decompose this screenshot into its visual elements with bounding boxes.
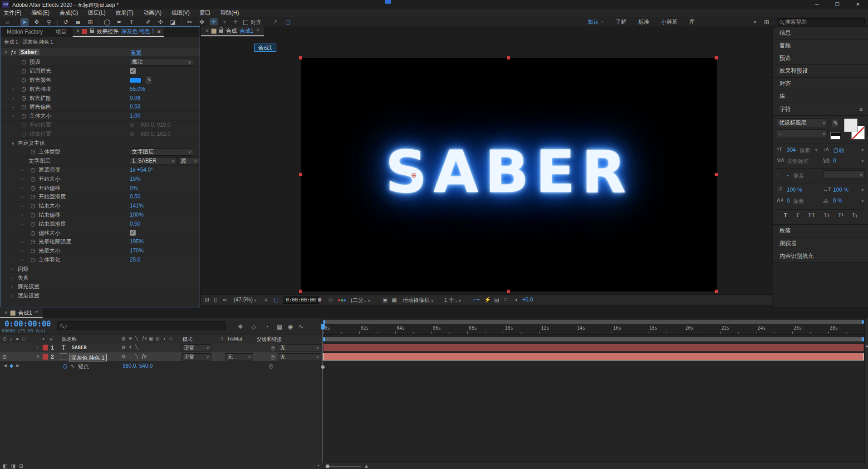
workspace-overflow-button[interactable]: » bbox=[753, 19, 756, 25]
brush-tool[interactable]: ✐ bbox=[144, 18, 152, 26]
stopwatch-icon[interactable]: ◷ bbox=[30, 221, 35, 227]
effect-header-row[interactable]: ∨ ƒx Saber 重置 bbox=[0, 48, 200, 56]
selection-handle[interactable] bbox=[299, 290, 302, 293]
parent-dropdown[interactable]: 无∨ bbox=[278, 344, 321, 351]
effect-row-结束大小[interactable]: ›◷结束大小141% bbox=[0, 202, 200, 211]
panel-menu-icon[interactable]: ≡ bbox=[256, 28, 260, 34]
tab-close-icon[interactable]: × bbox=[206, 28, 209, 34]
maximize-button[interactable]: ☐ bbox=[827, 0, 848, 9]
twirl-closed-icon[interactable]: › bbox=[21, 167, 23, 172]
selection-handle[interactable] bbox=[715, 56, 718, 59]
hand-tool[interactable]: ✥ bbox=[33, 18, 41, 26]
twirl-closed-icon[interactable]: › bbox=[21, 257, 23, 262]
snap-control[interactable]: 对齐 bbox=[243, 19, 261, 26]
effect-twirl-icon[interactable]: ∨ bbox=[4, 49, 7, 54]
camera-view-dropdown[interactable]: 活动摄像机 ∨ bbox=[402, 296, 434, 304]
property-value[interactable]: 195% bbox=[130, 238, 144, 245]
property-value[interactable]: 0.06 bbox=[130, 95, 140, 101]
property-value[interactable]: 25.0 bbox=[130, 257, 140, 263]
layer-bar-solid[interactable] bbox=[323, 353, 864, 360]
exposure-value[interactable]: +0.0 bbox=[522, 296, 533, 303]
eraser-tool[interactable]: ◪ bbox=[169, 18, 177, 26]
menu-item-7[interactable]: 窗口 bbox=[200, 9, 211, 17]
all-caps-button[interactable]: TT bbox=[808, 212, 815, 218]
effect-row-主体大小[interactable]: ›◷主体大小1.00 bbox=[0, 112, 200, 121]
pick-whip-icon[interactable]: ◎ bbox=[270, 354, 275, 360]
twirl-closed-icon[interactable]: › bbox=[21, 239, 23, 244]
anchor-point-icon[interactable]: ⊕ bbox=[411, 171, 417, 179]
selection-tool[interactable]: ➤ bbox=[20, 18, 29, 26]
effect-row-开始偏移[interactable]: ›◷开始偏移0% bbox=[0, 183, 200, 193]
workspace-menu-icon[interactable]: ⊞ bbox=[764, 19, 769, 25]
sidebar-panel-对齐[interactable]: 对齐 bbox=[773, 77, 868, 90]
show-channels-icon[interactable] bbox=[338, 296, 346, 303]
property-value[interactable]: 55.0% bbox=[130, 86, 145, 92]
stopwatch-icon[interactable]: ◷ bbox=[21, 86, 26, 92]
effect-row-光晕轮廓强度[interactable]: ›◷光晕轮廓强度195% bbox=[0, 237, 200, 247]
expand-transfer-controls-icon[interactable]: ◨ bbox=[11, 463, 15, 469]
exposure-icon[interactable]: ◑ bbox=[514, 296, 517, 303]
spinner-icon[interactable]: ▾ bbox=[861, 158, 864, 164]
menu-item-3[interactable]: 图层(L) bbox=[88, 9, 106, 17]
effect-row-启用辉光[interactable]: ◷启用辉光✓ bbox=[0, 67, 200, 76]
effect-row-开始大小[interactable]: ›◷开始大小15% bbox=[0, 174, 200, 183]
home-tool[interactable]: ⌂ bbox=[4, 18, 12, 26]
pick-whip-icon[interactable]: ◎ bbox=[270, 345, 275, 351]
twirl-closed-icon[interactable]: › bbox=[12, 95, 14, 100]
panel-menu-icon[interactable]: ≡ bbox=[157, 28, 161, 35]
timeline-search-input[interactable]: ∨ bbox=[57, 321, 226, 330]
source-name-column[interactable]: 源名称 bbox=[62, 336, 77, 343]
expand-layer-switches-icon[interactable]: ◧ bbox=[3, 463, 7, 469]
twirl-closed-icon[interactable]: › bbox=[21, 176, 23, 181]
blend-mode-dropdown[interactable]: 正常∨ bbox=[181, 353, 211, 360]
stroke-style-dropdown[interactable]: ∨ bbox=[823, 170, 865, 179]
current-timecode[interactable]: 0:00:00:00 bbox=[5, 319, 51, 328]
menu-item-1[interactable]: 编辑(E) bbox=[31, 9, 49, 17]
twirl-closed-icon[interactable]: › bbox=[12, 86, 14, 91]
transparency-grid-icon[interactable]: ▦ bbox=[392, 296, 397, 303]
effect-name[interactable]: Saber bbox=[19, 49, 39, 55]
twirl-closed-icon[interactable]: › bbox=[21, 203, 23, 208]
baseline-shift-value[interactable]: 0 bbox=[787, 197, 790, 204]
lock-icon[interactable] bbox=[219, 30, 223, 33]
leading-value[interactable]: 自动 bbox=[833, 147, 844, 154]
grid-guides-icon[interactable]: ⌗ bbox=[265, 296, 268, 303]
comp-navigator-chip[interactable]: 合成1 bbox=[254, 44, 276, 52]
stopwatch-icon[interactable]: ◷ bbox=[30, 247, 35, 254]
stopwatch-icon[interactable]: ◷ bbox=[21, 131, 26, 137]
tab-motion-factory[interactable]: Motion Factory bbox=[0, 27, 49, 37]
effect-reset-link[interactable]: 重置 bbox=[131, 49, 142, 57]
twirl-closed-icon[interactable]: › bbox=[11, 266, 13, 271]
pick-whip-icon[interactable]: ◎ bbox=[269, 363, 273, 369]
shy-layer-icon[interactable]: ◔ bbox=[265, 323, 269, 330]
stopwatch-icon[interactable]: ◷ bbox=[30, 193, 35, 200]
roto-brush-tool[interactable]: ✂ bbox=[186, 18, 194, 26]
trkmat-column[interactable]: TrkMat bbox=[227, 336, 242, 341]
kerning-value[interactable]: 度量标准 bbox=[787, 158, 809, 165]
eye-icon[interactable]: ⊙ bbox=[2, 354, 7, 360]
property-checkbox[interactable]: ✓ bbox=[130, 230, 136, 236]
help-search-input[interactable]: 搜索帮助 bbox=[777, 18, 865, 25]
stopwatch-icon[interactable]: ◷ bbox=[21, 68, 26, 74]
tsume-value[interactable]: 0 % bbox=[833, 197, 843, 204]
time-ruler[interactable]: 0s02s04s06s08s10s12s14s16s18s20s22s24s26… bbox=[323, 324, 864, 335]
stopwatch-icon[interactable]: ◷ bbox=[30, 238, 35, 245]
next-keyframe-icon[interactable]: ▶ bbox=[16, 363, 20, 368]
menu-item-4[interactable]: 效果(T) bbox=[116, 9, 133, 17]
workspace-小屏幕[interactable]: 小屏幕 bbox=[661, 18, 677, 26]
faux-bold-button[interactable]: T bbox=[784, 212, 787, 218]
subscript-button[interactable]: T₁ bbox=[852, 212, 857, 218]
property-dropdown[interactable]: 魔法∨ bbox=[130, 59, 193, 66]
always-preview-icon[interactable]: ⊞ bbox=[205, 296, 209, 303]
effect-row-结束偏移[interactable]: ›◷结束偏移100% bbox=[0, 211, 200, 220]
mask-visibility-icon[interactable]: ▢ bbox=[274, 296, 279, 303]
collapse-switch-icon[interactable]: ✳ bbox=[128, 345, 132, 350]
flowchart-icon[interactable]: ∷ bbox=[504, 296, 508, 303]
expand-inout-icon[interactable]: ⊞ bbox=[19, 463, 23, 469]
panel-menu-icon[interactable]: ≡ bbox=[859, 106, 868, 113]
spinner-icon[interactable]: ▾ bbox=[861, 187, 864, 193]
fx-badge-icon[interactable]: ƒx bbox=[10, 49, 16, 55]
eyedropper-icon[interactable]: ✐ bbox=[832, 119, 839, 127]
vertical-scale-value[interactable]: 100 % bbox=[787, 187, 802, 193]
playhead-line[interactable] bbox=[323, 324, 323, 463]
